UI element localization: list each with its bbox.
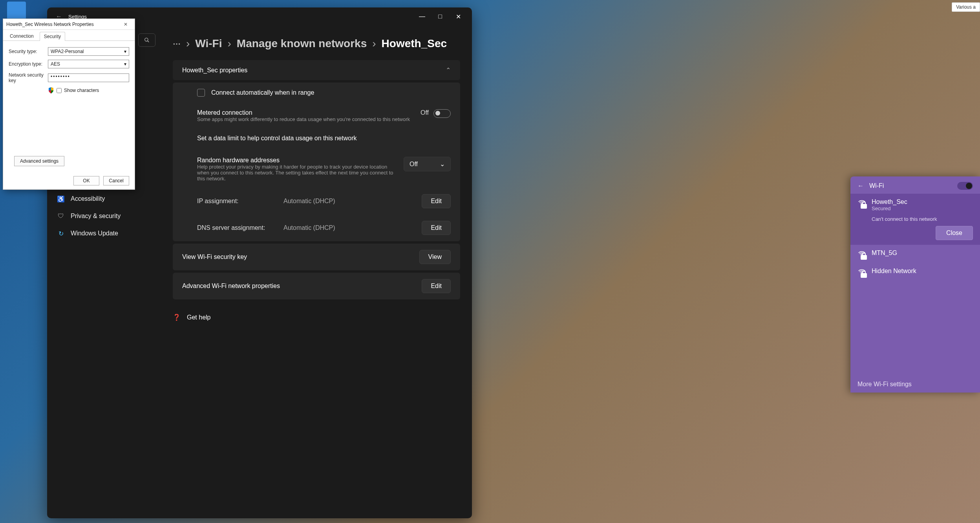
sidebar-item-label: Privacy & security bbox=[71, 213, 121, 220]
chevron-down-icon: ⌄ bbox=[440, 160, 445, 168]
search-icon bbox=[144, 37, 150, 43]
properties-expander[interactable]: Howeth_Sec properties ⌃ bbox=[173, 60, 460, 80]
auto-connect-row[interactable]: Connect automatically when in range bbox=[173, 83, 460, 103]
view-key-label: View Wi-Fi security key bbox=[182, 253, 247, 261]
breadcrumb-current: Howeth_Sec bbox=[382, 37, 447, 50]
chevron-up-icon: ⌃ bbox=[446, 66, 451, 74]
network-key-input[interactable]: •••••••• bbox=[48, 73, 129, 82]
search-button[interactable] bbox=[138, 33, 155, 47]
chevron-right-icon: › bbox=[186, 37, 190, 50]
metered-toggle[interactable] bbox=[433, 109, 451, 118]
auto-connect-checkbox[interactable] bbox=[197, 89, 205, 97]
cancel-button[interactable]: Cancel bbox=[103, 176, 129, 185]
ip-edit-button[interactable]: Edit bbox=[422, 194, 451, 208]
security-type-dropdown[interactable]: WPA2-Personal ▾ bbox=[48, 47, 129, 56]
network-item[interactable]: MTN_5G bbox=[850, 245, 980, 263]
network-properties-dialog: Howeth_Sec Wireless Network Properties ✕… bbox=[3, 18, 135, 190]
dns-label: DNS server assignment: bbox=[197, 224, 283, 231]
accessibility-icon: ♿ bbox=[57, 195, 65, 203]
dialog-tabs: Connection Security bbox=[3, 30, 135, 41]
random-hw-title: Random hardware addresses bbox=[197, 157, 396, 164]
security-type-label: Security type: bbox=[9, 49, 48, 54]
control-panel-icon bbox=[7, 2, 26, 20]
breadcrumb: ⋯ › Wi-Fi › Manage known networks › Howe… bbox=[173, 37, 460, 50]
maximize-button[interactable]: □ bbox=[431, 10, 449, 23]
view-security-key-row: View Wi-Fi security key View bbox=[173, 244, 460, 270]
show-characters-label: Show characters bbox=[64, 88, 99, 93]
advanced-properties-row: Advanced Wi-Fi network properties Edit bbox=[173, 273, 460, 299]
wifi-secure-icon bbox=[858, 268, 866, 276]
flyout-title: Wi-Fi bbox=[869, 182, 884, 189]
wifi-master-toggle[interactable] bbox=[957, 182, 973, 190]
shield-icon: 🛡 bbox=[57, 212, 65, 220]
network-name: Hidden Network bbox=[872, 268, 916, 275]
get-help-link[interactable]: ❓ Get help bbox=[173, 307, 460, 327]
dialog-close-button[interactable]: ✕ bbox=[120, 22, 132, 27]
dns-assignment-row: DNS server assignment: Automatic (DHCP) … bbox=[173, 215, 460, 241]
svg-rect-7 bbox=[861, 273, 867, 278]
encryption-type-label: Encryption type: bbox=[9, 61, 48, 67]
dialog-titlebar[interactable]: Howeth_Sec Wireless Network Properties ✕ bbox=[3, 19, 135, 30]
sidebar-item-update[interactable]: ↻ Windows Update bbox=[51, 225, 157, 242]
close-button[interactable]: ✕ bbox=[449, 10, 467, 23]
wifi-flyout: ← Wi-Fi Howeth_Sec Secured Can't connect… bbox=[850, 176, 980, 393]
auto-connect-label: Connect automatically when in range bbox=[211, 89, 314, 96]
wifi-secure-icon bbox=[858, 198, 866, 207]
sidebar-item-privacy[interactable]: 🛡 Privacy & security bbox=[51, 208, 157, 224]
ip-label: IP assignment: bbox=[197, 198, 283, 205]
breadcrumb-manage-known[interactable]: Manage known networks bbox=[237, 37, 367, 50]
view-key-button[interactable]: View bbox=[419, 250, 451, 264]
network-status: Secured bbox=[872, 206, 907, 211]
svg-rect-3 bbox=[861, 204, 867, 209]
update-icon: ↻ bbox=[57, 229, 65, 238]
encryption-type-dropdown[interactable]: AES ▾ bbox=[48, 60, 129, 68]
network-key-label: Network security key bbox=[9, 72, 48, 83]
chevron-down-icon: ▾ bbox=[124, 49, 126, 54]
svg-rect-5 bbox=[861, 255, 867, 260]
help-icon: ❓ bbox=[173, 314, 181, 321]
section-header: Howeth_Sec properties bbox=[182, 67, 247, 74]
svg-point-0 bbox=[145, 38, 148, 41]
data-limit-link[interactable]: Set a data limit to help control data us… bbox=[173, 128, 460, 148]
random-hw-row: Random hardware addresses Help protect y… bbox=[173, 148, 460, 188]
minimize-button[interactable]: ― bbox=[413, 10, 431, 23]
advanced-edit-button[interactable]: Edit bbox=[422, 279, 451, 293]
random-hw-subtitle: Help protect your privacy by making it h… bbox=[197, 164, 396, 182]
metered-state: Off bbox=[421, 109, 429, 116]
metered-row: Metered connection Some apps might work … bbox=[173, 103, 460, 128]
breadcrumb-more-button[interactable]: ⋯ bbox=[173, 39, 181, 48]
chevron-down-icon: ▾ bbox=[124, 61, 126, 67]
advanced-settings-button[interactable]: Advanced settings bbox=[14, 156, 64, 166]
network-item[interactable]: Hidden Network bbox=[850, 263, 980, 281]
ip-value: Automatic (DHCP) bbox=[283, 198, 335, 205]
sidebar-item-label: Accessibility bbox=[71, 195, 105, 202]
chevron-right-icon: › bbox=[228, 37, 231, 50]
network-name: MTN_5G bbox=[872, 250, 897, 257]
metered-subtitle: Some apps might work differently to redu… bbox=[197, 116, 421, 122]
dns-edit-button[interactable]: Edit bbox=[422, 221, 451, 235]
tab-security[interactable]: Security bbox=[40, 32, 65, 41]
advanced-label: Advanced Wi-Fi network properties bbox=[182, 283, 280, 290]
dialog-title: Howeth_Sec Wireless Network Properties bbox=[6, 22, 94, 27]
ok-button[interactable]: OK bbox=[73, 176, 99, 185]
tab-connection[interactable]: Connection bbox=[5, 31, 38, 40]
chevron-right-icon: › bbox=[372, 37, 376, 50]
flyout-header: ← Wi-Fi bbox=[850, 176, 980, 194]
truncated-tooltip: Various a bbox=[952, 2, 980, 12]
more-wifi-settings-link[interactable]: More Wi-Fi settings bbox=[850, 376, 980, 393]
network-item-selected[interactable]: Howeth_Sec Secured Can't connect to this… bbox=[850, 194, 980, 245]
breadcrumb-wifi[interactable]: Wi-Fi bbox=[195, 37, 222, 50]
sidebar-item-label: Windows Update bbox=[71, 230, 118, 237]
show-characters-checkbox[interactable] bbox=[57, 88, 62, 93]
ip-assignment-row: IP assignment: Automatic (DHCP) Edit bbox=[173, 188, 460, 215]
random-hw-dropdown[interactable]: Off ⌄ bbox=[404, 157, 451, 171]
network-close-button[interactable]: Close bbox=[936, 226, 973, 240]
network-name: Howeth_Sec bbox=[872, 198, 907, 206]
dns-value: Automatic (DHCP) bbox=[283, 224, 335, 231]
flyout-back-button[interactable]: ← bbox=[858, 182, 864, 189]
settings-main: ⋯ › Wi-Fi › Manage known networks › Howe… bbox=[161, 26, 472, 518]
svg-line-1 bbox=[148, 41, 149, 42]
sidebar-item-accessibility[interactable]: ♿ Accessibility bbox=[51, 191, 157, 207]
metered-title: Metered connection bbox=[197, 109, 421, 116]
network-error-message: Can't connect to this network bbox=[872, 216, 973, 222]
